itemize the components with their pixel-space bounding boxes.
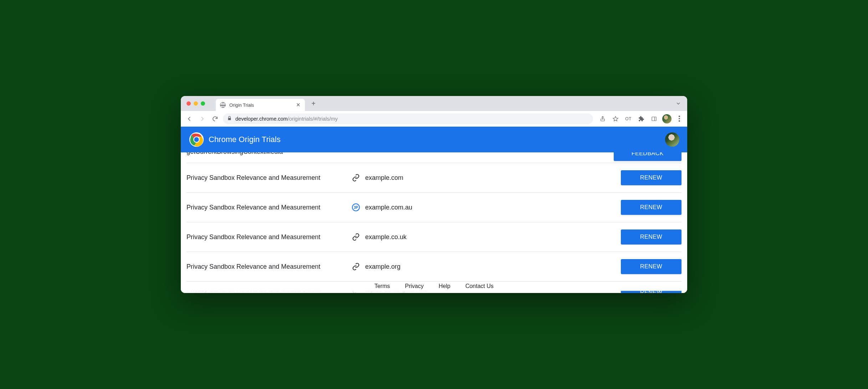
minimize-window-button[interactable] xyxy=(194,101,198,106)
svg-rect-1 xyxy=(652,117,656,121)
origin-domain: example.co.uk xyxy=(363,233,621,241)
side-panel-button[interactable] xyxy=(649,114,659,123)
feedback-button[interactable]: FEEDBACK xyxy=(614,152,681,161)
origin-domain: example.com.au xyxy=(363,204,621,211)
table-row[interactable]: Privacy Sandbox Relevance and Measuremen… xyxy=(187,193,681,222)
table-row[interactable]: Privacy Sandbox Relevance and Measuremen… xyxy=(187,163,681,193)
window-controls xyxy=(185,101,209,106)
close-tab-button[interactable]: ✕ xyxy=(296,102,301,108)
browser-tab[interactable]: Origin Trials ✕ xyxy=(216,99,305,111)
lock-icon xyxy=(227,116,232,122)
close-window-button[interactable] xyxy=(187,101,191,106)
address-bar[interactable]: developer.chrome.com/origintrials/#/tria… xyxy=(223,113,593,124)
maximize-window-button[interactable] xyxy=(201,101,205,106)
origin-trial-indicator[interactable]: OT xyxy=(624,114,633,123)
browser-menu-button[interactable] xyxy=(675,116,684,122)
tab-strip: Origin Trials ✕ + xyxy=(181,96,687,111)
forward-button[interactable] xyxy=(197,114,207,124)
table-row[interactable]: Privacy Sandbox Relevance and Measuremen… xyxy=(187,222,681,252)
footer-contact-link[interactable]: Contact Us xyxy=(465,283,494,289)
url-text: developer.chrome.com/origintrials/#/tria… xyxy=(235,116,338,122)
link-icon xyxy=(349,233,363,241)
browser-profile-avatar[interactable] xyxy=(662,114,672,123)
globe-icon xyxy=(220,102,226,108)
browser-toolbar: developer.chrome.com/origintrials/#/tria… xyxy=(181,111,687,127)
footer-links: Terms Privacy Help Contact Us xyxy=(181,282,687,291)
renew-button[interactable]: RENEW xyxy=(621,259,681,274)
tabs-dropdown-button[interactable] xyxy=(673,101,684,106)
back-button[interactable] xyxy=(184,114,194,124)
renew-button[interactable]: RENEW xyxy=(621,200,681,215)
renew-button[interactable]: RENEW xyxy=(621,229,681,244)
extensions-button[interactable] xyxy=(637,114,646,123)
trial-name: Privacy Sandbox Relevance and Measuremen… xyxy=(187,204,349,211)
link-icon xyxy=(349,174,363,182)
page-header: Chrome Origin Trials xyxy=(181,127,687,152)
link-icon xyxy=(349,263,363,271)
trials-list: FEEDBACK getCurrentBrowsingContextMedia … xyxy=(181,152,687,293)
page-title: Chrome Origin Trials xyxy=(209,135,281,144)
reload-button[interactable] xyxy=(210,114,220,124)
new-tab-button[interactable]: + xyxy=(308,98,318,108)
browser-window: Origin Trials ✕ + xyxy=(181,96,687,293)
footer-terms-link[interactable]: Terms xyxy=(374,283,390,289)
cutoff-trial-name: getCurrentBrowsingContextMedia xyxy=(187,152,283,156)
share-button[interactable] xyxy=(598,114,607,123)
renew-button[interactable]: RENEW xyxy=(621,170,681,185)
footer-help-link[interactable]: Help xyxy=(439,283,450,289)
toolbar-right-icons: OT xyxy=(596,114,684,123)
tab-title: Origin Trials xyxy=(229,102,292,108)
feedback-button-cutoff: FEEDBACK xyxy=(614,152,681,161)
trial-name: Privacy Sandbox Relevance and Measuremen… xyxy=(187,233,349,241)
url-host: developer.chrome.com xyxy=(235,116,288,122)
trial-name: Privacy Sandbox Relevance and Measuremen… xyxy=(187,174,349,182)
chrome-logo-icon xyxy=(189,132,204,147)
table-row[interactable]: Privacy Sandbox Relevance and Measuremen… xyxy=(187,252,681,282)
origin-domain: example.com xyxy=(363,174,621,182)
footer-privacy-link[interactable]: Privacy xyxy=(405,283,424,289)
url-path: /origintrials/#/trials/my xyxy=(288,116,338,122)
third-party-badge: 3P xyxy=(352,203,360,211)
trial-name: Privacy Sandbox Relevance and Measuremen… xyxy=(187,263,349,271)
third-party-icon: 3P xyxy=(349,203,363,211)
bookmark-button[interactable] xyxy=(611,114,620,123)
origin-domain: example.org xyxy=(363,263,621,271)
user-avatar[interactable] xyxy=(665,132,679,147)
